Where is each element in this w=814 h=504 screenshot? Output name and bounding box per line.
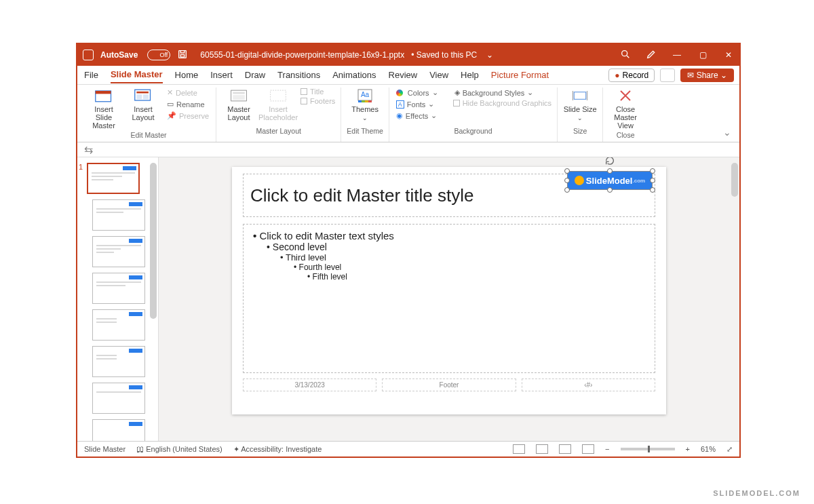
group-close: Close Master View Close [603,88,648,142]
status-bar: Slide Master 🕮 English (United States) ✦… [77,441,739,457]
fonts-button[interactable]: A Fonts ⌄ [395,99,440,109]
thumbnail-master[interactable] [87,163,140,194]
autosave-toggle[interactable]: Off [147,50,170,60]
tab-help[interactable]: Help [461,67,479,83]
slide-canvas-area[interactable]: Click to edit Master title style Click t… [159,157,739,441]
minimize-button[interactable]: — [672,50,682,60]
svg-text:Aa: Aa [361,91,370,98]
reading-view-icon[interactable] [559,444,571,454]
collapse-ribbon-icon[interactable]: ⌄ [723,127,731,138]
chevron-down-icon[interactable]: ⌄ [486,50,493,60]
group-master-layout: Master Layout Insert Placeholder Title F… [216,88,341,142]
rename-button[interactable]: ▭ Rename [166,99,210,109]
app-icon [83,50,94,60]
group-background: Colors ⌄ A Fonts ⌄ ◉ Effects ⌄ ◈ Backgro… [389,88,558,142]
pen-icon[interactable] [646,49,657,62]
thumbnail-layout[interactable] [92,273,145,304]
powerpoint-window: AutoSave Off 60555-01-digital-divide-pow… [76,43,741,458]
watermark: SLIDEMODEL.COM [713,489,800,497]
status-view-mode[interactable]: Slide Master [84,445,125,453]
share-button[interactable]: ✉ Share ⌄ [680,69,734,82]
tab-file[interactable]: File [84,67,98,83]
svg-rect-16 [362,100,365,102]
rotation-handle-icon[interactable] [604,157,615,166]
date-placeholder[interactable]: 3/13/2023 [243,379,376,391]
svg-rect-12 [271,90,286,101]
svg-rect-15 [358,100,362,102]
tab-home[interactable]: Home [175,67,199,83]
slideshow-view-icon[interactable] [582,444,594,454]
thumbnail-layout[interactable] [92,383,145,414]
group-size: Slide Size⌄ Size [558,88,603,142]
group-edit-master: Insert Slide Master Insert Layout ✕ Dele… [81,88,216,142]
zoom-slider[interactable] [621,448,675,450]
ribbon-tabs: File Slide Master Home Insert Draw Trans… [77,66,739,85]
canvas-scrollbar[interactable] [731,163,738,197]
svg-rect-10 [233,92,245,94]
normal-view-icon[interactable] [513,444,525,454]
svg-rect-4 [96,91,111,94]
ribbon: Insert Slide Master Insert Layout ✕ Dele… [77,85,739,142]
thumbnail-layout[interactable] [92,309,145,341]
status-language[interactable]: 🕮 English (United States) [136,445,222,453]
save-status[interactable]: Saved to this PC [411,50,477,60]
zoom-level[interactable]: 61% [701,445,716,453]
search-icon[interactable] [620,49,631,62]
thumbnail-layout[interactable] [92,346,145,377]
tab-view[interactable]: View [429,67,448,83]
svg-rect-6 [136,92,149,94]
svg-rect-17 [365,100,368,102]
zoom-in-button[interactable]: + [686,445,690,453]
master-body-placeholder[interactable]: Click to edit Master text styles Second … [243,224,655,373]
svg-rect-8 [143,94,149,99]
svg-rect-19 [574,92,586,100]
document-filename[interactable]: 60555-01-digital-divide-powerpoint-templ… [200,50,404,60]
tab-slide-master[interactable]: Slide Master [111,66,163,83]
svg-rect-11 [233,95,245,100]
tab-animations[interactable]: Animations [332,67,376,83]
save-icon[interactable] [177,49,188,62]
qat-dropdown-icon[interactable]: ⇆ [84,143,93,156]
svg-rect-7 [136,94,142,99]
thumbnail-panel[interactable]: 1 [77,157,159,441]
page-number-placeholder[interactable]: ‹#› [522,379,655,391]
slide-canvas[interactable]: Click to edit Master title style Click t… [232,167,666,414]
sorter-view-icon[interactable] [536,444,548,454]
hide-background-checkbox: Hide Background Graphics [453,99,551,107]
close-master-view-button[interactable]: Close Master View [608,88,642,130]
master-layout-button[interactable]: Master Layout [222,88,256,121]
insert-slide-master-button[interactable]: Insert Slide Master [87,88,121,130]
tab-insert[interactable]: Insert [210,67,233,83]
thumbnail-layout[interactable] [92,199,145,231]
thumbnail-layout[interactable] [92,236,145,267]
maximize-button[interactable]: ▢ [697,50,708,60]
thumbnail-layout[interactable] [92,419,145,441]
background-styles-button[interactable]: ◈ Background Styles ⌄ [453,88,551,98]
tab-review[interactable]: Review [389,67,418,83]
title-bar: AutoSave Off 60555-01-digital-divide-pow… [77,44,739,66]
fit-to-window-icon[interactable]: ⤢ [726,445,733,454]
selected-logo-image[interactable]: SlideModel.com [567,171,653,190]
title-checkbox: Title [301,88,335,96]
close-button[interactable]: ✕ [723,50,734,60]
camera-icon[interactable] [660,69,675,82]
tab-transitions[interactable]: Transitions [277,67,320,83]
tab-draw[interactable]: Draw [245,67,265,83]
workspace: 1 Click to edit Master title style Click… [77,157,739,441]
thumbnail-scrollbar[interactable] [150,163,157,319]
tab-picture-format[interactable]: Picture Format [491,67,549,83]
slide-number: 1 [79,163,83,171]
insert-layout-button[interactable]: Insert Layout [126,88,160,121]
effects-button[interactable]: ◉ Effects ⌄ [395,111,440,121]
group-edit-theme: Aa Themes⌄ Edit Theme [341,88,389,142]
record-button[interactable]: Record [608,69,655,82]
svg-point-2 [622,50,627,56]
preserve-button: 📌 Preserve [166,111,210,121]
svg-rect-1 [181,54,185,56]
status-accessibility[interactable]: ✦ Accessibility: Investigate [233,445,322,454]
footer-placeholder[interactable]: Footer [382,379,516,391]
themes-button[interactable]: Aa Themes⌄ [348,88,382,121]
slide-size-button[interactable]: Slide Size⌄ [563,88,597,121]
zoom-out-button[interactable]: − [605,445,609,453]
colors-button[interactable]: Colors ⌄ [395,88,440,98]
